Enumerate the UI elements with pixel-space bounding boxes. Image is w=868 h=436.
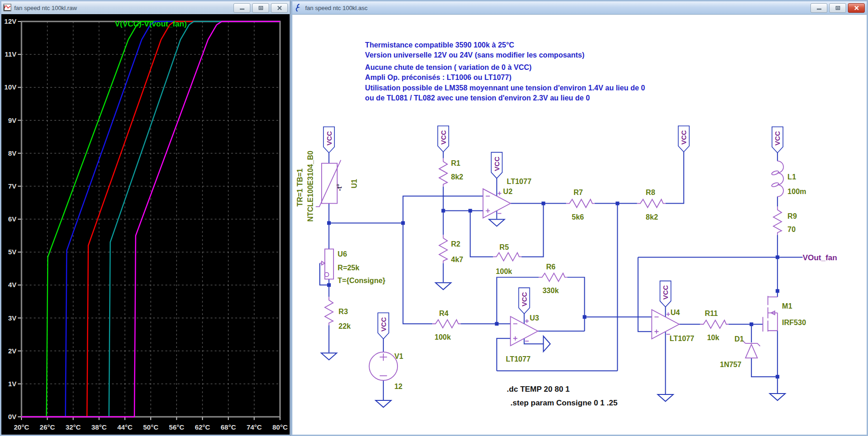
resistor-R9[interactable]: R9 70 <box>773 207 797 235</box>
resistor-R1[interactable]: R1 8k2 <box>439 158 463 187</box>
schematic-window-title: fan speed ntc 100kl.asc <box>305 5 810 11</box>
svg-text:R9: R9 <box>788 212 797 220</box>
svg-text:VCC: VCC <box>325 131 333 146</box>
schematic-titlebar[interactable]: fan speed ntc 100kl.asc <box>292 1 867 14</box>
ltspice-workspace: fan speed ntc 100kl.raw 0V1V2V3V4V5V6V7V… <box>0 0 868 436</box>
x-axis-tick-label: 68°C <box>221 423 236 431</box>
svg-text:M1: M1 <box>782 302 792 310</box>
resistor-R5[interactable]: R5 100k <box>493 243 521 275</box>
x-axis-tick-label: 32°C <box>65 423 81 431</box>
x-axis-tick-label: 80°C <box>272 423 288 431</box>
y-axis-tick-label: 6V <box>8 215 16 223</box>
vcc-flag-l1[interactable]: VCC <box>772 127 783 153</box>
vcc-flag-u4[interactable]: VCC <box>660 281 671 307</box>
svg-text:VCC: VCC <box>680 130 688 145</box>
svg-text:5k6: 5k6 <box>572 213 584 221</box>
svg-text:LT1077: LT1077 <box>507 178 531 185</box>
vcc-flag-r1[interactable]: VCC <box>438 126 449 152</box>
schematic-drawing[interactable]: VCC VCC VCC VCC VCC VCC VCC VCC -t° U1 T… <box>292 15 867 435</box>
y-axis-tick-label: 11V <box>5 50 16 58</box>
y-axis-tick-label: 12V <box>4 17 16 25</box>
potentiometer-U6[interactable]: U6 R=25k T={Consigne} <box>320 249 385 284</box>
ltspice-icon <box>294 4 302 12</box>
voltage-source-V1[interactable]: V1 12 <box>369 352 403 390</box>
nmos-M1[interactable]: M1 IRF530 <box>763 296 806 331</box>
svg-text:330k: 330k <box>542 287 559 294</box>
resistor-R2[interactable]: R2 4k7 <box>439 235 463 263</box>
svg-text:LT1077: LT1077 <box>670 335 694 342</box>
resistor-R6[interactable]: R6 330k <box>539 263 567 294</box>
svg-text:VCC: VCC <box>439 130 447 145</box>
step-param-directive: .step param Consigne 0 1 .25 <box>510 399 617 407</box>
y-axis-tick-label: 8V <box>8 149 16 157</box>
thermistor-U1[interactable]: -t° U1 TR=1 TB=1 NTCLE100E3104_B0 <box>296 151 358 221</box>
vcc-flags: VCC VCC VCC VCC VCC VCC VCC VCC <box>323 126 783 339</box>
resistor-R7[interactable]: R7 5k6 <box>566 189 594 221</box>
note-line: Version universelle 12V ou 24V (sans mod… <box>365 51 584 59</box>
waveform-window: fan speed ntc 100kl.raw 0V1V2V3V4V5V6V7V… <box>0 0 291 436</box>
svg-text:R11: R11 <box>705 310 718 317</box>
restore-button[interactable] <box>829 3 846 13</box>
waveform-window-title: fan speed ntc 100kl.raw <box>14 5 233 11</box>
inductor-L1[interactable]: L1 100m <box>771 161 806 197</box>
svg-text:R5: R5 <box>499 243 509 251</box>
restore-button[interactable] <box>252 3 269 13</box>
dc-sweep-directive: .dc TEMP 20 80 1 <box>507 385 570 394</box>
svg-text:R2: R2 <box>451 240 460 248</box>
waveform-plot-area[interactable]: 0V1V2V3V4V5V6V7V8V9V10V11V12V20°C26°C32°… <box>1 14 290 435</box>
svg-text:V1: V1 <box>394 352 403 360</box>
note-line: Aucune chute de tension ( variation de 0… <box>365 63 531 71</box>
resistor-R8[interactable]: R8 8k2 <box>637 189 666 221</box>
y-axis-tick-label: 4V <box>8 281 16 289</box>
waveform-titlebar[interactable]: fan speed ntc 100kl.raw <box>1 1 290 14</box>
y-axis-tick-label: 2V <box>8 347 16 355</box>
svg-text:U4: U4 <box>671 309 680 316</box>
svg-text:IRF530: IRF530 <box>782 319 806 326</box>
spice-directives[interactable]: .dc TEMP 20 80 1 .step param Consigne 0 … <box>507 385 617 407</box>
schematic-notes[interactable]: Thermistance compatible 3590 100k à 25°C… <box>365 41 645 102</box>
minimize-button[interactable] <box>233 3 250 13</box>
schematic-canvas[interactable]: VCC VCC VCC VCC VCC VCC VCC VCC -t° U1 T… <box>292 14 867 435</box>
minimize-button[interactable] <box>810 3 827 13</box>
opamp-U3[interactable]: U3 LT1077 <box>506 314 539 363</box>
svg-text:NTCLE100E3104_B0: NTCLE100E3104_B0 <box>307 151 314 221</box>
vcc-flag-u3[interactable]: VCC <box>519 288 529 314</box>
svg-text:12: 12 <box>394 383 402 390</box>
resistor-R11[interactable]: R11 10k <box>700 310 729 341</box>
svg-text:LT1077: LT1077 <box>506 355 530 363</box>
svg-text:L1: L1 <box>788 173 796 181</box>
vcc-flag-u1[interactable]: VCC <box>323 127 334 153</box>
svg-text:70: 70 <box>788 226 796 233</box>
plot-trace-title[interactable]: V(VCC)-V(vout_fan) <box>115 20 187 28</box>
svg-text:-t°: -t° <box>335 184 343 191</box>
net-label-vout-fan[interactable]: VOut_fan <box>803 253 837 262</box>
minimize-icon <box>816 5 822 10</box>
svg-text:R7: R7 <box>573 189 583 196</box>
svg-text:R1: R1 <box>451 159 460 167</box>
close-button[interactable] <box>848 3 865 13</box>
opamp-U4[interactable]: U4 LT1077 <box>652 309 694 342</box>
waveform-icon <box>3 4 11 12</box>
x-axis-tick-label: 20°C <box>14 423 29 431</box>
svg-text:R6: R6 <box>546 263 556 271</box>
close-icon <box>277 5 282 11</box>
vcc-flag-r8[interactable]: VCC <box>678 126 689 152</box>
svg-text:D1: D1 <box>735 335 744 343</box>
svg-text:22k: 22k <box>339 322 351 330</box>
restore-icon <box>835 5 841 11</box>
close-button[interactable] <box>271 3 288 13</box>
vcc-flag-v1[interactable]: VCC <box>378 313 389 339</box>
x-axis-tick-label: 50°C <box>143 423 159 431</box>
y-axis-tick-label: 1V <box>8 380 16 388</box>
zener-diode-D1[interactable]: D1 1N757 <box>720 335 760 368</box>
waveform-plot[interactable]: 0V1V2V3V4V5V6V7V8V9V10V11V12V20°C26°C32°… <box>1 14 290 435</box>
svg-text:1N757: 1N757 <box>720 361 741 368</box>
svg-text:TR=1 TB=1: TR=1 TB=1 <box>296 168 304 207</box>
svg-text:100k: 100k <box>496 268 512 275</box>
svg-text:8k2: 8k2 <box>646 213 658 221</box>
opamp-U2[interactable]: LT1077 U2 <box>483 178 531 218</box>
resistor-R4[interactable]: R4 100k <box>432 310 460 341</box>
svg-text:8k2: 8k2 <box>451 173 463 181</box>
vcc-flag-u2[interactable]: VCC <box>491 152 502 179</box>
x-axis-tick-label: 56°C <box>169 423 185 431</box>
